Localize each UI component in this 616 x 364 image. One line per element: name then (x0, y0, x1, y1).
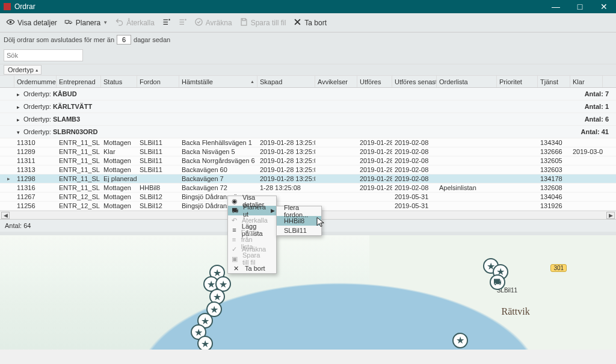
cell-utfores-senast: 2019-05-31 (392, 193, 437, 200)
city-label: Rättvik (502, 306, 530, 317)
maximize-button[interactable]: □ (568, 0, 592, 13)
toolbar-aterkalla: Återkalla (115, 17, 155, 28)
cell-utfores-senast: 2019-02-08 (392, 139, 437, 146)
toolbar-planera[interactable]: Planera ▼ (64, 17, 108, 28)
menu-planera-ut[interactable]: ⛟ Planera ut ▶ (228, 206, 276, 215)
submenu-hhbil8[interactable]: HHBil8 (277, 216, 321, 226)
cell-orderlista: Apelsinlistan (437, 184, 497, 191)
submenu-planera-ut[interactable]: Flera fordon... HHBil8 SLBil11 (276, 206, 322, 236)
table-row[interactable]: 11316ENTR_11_SLMottagenHHBil8Backavägen … (0, 184, 616, 193)
group-slamb3[interactable]: Ordertyp: SLAMB3 Antal: 6 (0, 113, 616, 126)
list-icon: ≡ (232, 236, 236, 243)
groupby-bar[interactable]: Ordertyp (0, 64, 616, 76)
cell-status: Ej planerad (101, 175, 137, 182)
toolbar-label: Ta bort (304, 19, 327, 27)
cell-status: Mottagen (101, 139, 137, 146)
cell-tjanst: 131926 (538, 202, 570, 209)
map-truck-pin[interactable] (490, 274, 505, 290)
col-tjanst[interactable]: Tjänst (538, 76, 570, 87)
cell-hamtstalle: Backa Flenhällsvägen 1 (179, 139, 257, 146)
col-skapad[interactable]: Skapad (257, 76, 315, 87)
cell-status: Mottagen (101, 202, 137, 209)
context-menu[interactable]: ◉ Visa detaljer ⛟ Planera ut ▶ ↶ Återkal… (227, 196, 277, 274)
col-avvikelser[interactable]: Avvikelser (315, 76, 357, 87)
map-view[interactable]: 301 Rättvik SLBil11 (0, 235, 616, 350)
cell-entreprenad: ENTR_11_SL (57, 166, 101, 173)
col-entreprenad[interactable]: Entreprenad (57, 76, 101, 87)
toolbar-label: Planera (76, 19, 100, 27)
map-pin[interactable] (452, 333, 468, 348)
col-klar[interactable]: Klar (570, 76, 603, 87)
cell-tjanst: 134340 (538, 139, 570, 146)
cell-tjanst: 134178 (538, 175, 570, 182)
table-row[interactable]: 11313ENTR_11_SLMottagenSLBil11Backavägen… (0, 165, 616, 174)
cell-utfores: 2019-01-28 (357, 157, 392, 164)
cell-ordernummer: 11256 (14, 202, 57, 209)
group-slbrn03ord[interactable]: Ordertyp: SLBRN03ORD Antal: 41 (0, 126, 616, 138)
search-input[interactable] (4, 49, 83, 61)
cell-skapad: 2019-01-28 13:25:08 (257, 175, 315, 182)
col-prioritet[interactable]: Prioritet (497, 76, 538, 87)
col-status[interactable]: Status (101, 76, 137, 87)
cell-hamtstalle: Backa Norrgårdsvägen 6 (179, 157, 257, 164)
cell-fordon: SLBil11 (137, 139, 179, 146)
submenu-slbil11[interactable]: SLBil11 (277, 226, 321, 235)
scroll-left-icon[interactable]: ◀ (1, 212, 10, 219)
group-kabud[interactable]: Ordertyp: KÅBUD Antal: 7 (0, 88, 616, 100)
menu-frigor: ≡ Frigör från lista (228, 235, 276, 244)
table-row[interactable]: 11311ENTR_11_SLMottagenSLBil11Backa Norr… (0, 156, 616, 165)
toolbar-visa-detaljer[interactable]: Visa detaljer (6, 17, 57, 28)
save-icon (239, 17, 248, 28)
cell-utfores-senast: 2019-05-31 (392, 202, 437, 209)
cell-ordernummer: 11313 (14, 166, 57, 173)
cell-ordernummer: 11316 (14, 184, 57, 191)
cell-klar: 2019-03-07 1 (570, 148, 603, 155)
filter-days-input[interactable] (117, 35, 131, 45)
list-remove-icon (178, 17, 187, 28)
cell-status: Mottagen (101, 193, 137, 200)
submenu-flera[interactable]: Flera fordon... (277, 206, 321, 216)
toolbar-tabort[interactable]: Ta bort (293, 17, 327, 28)
cell-ordernummer: 11267 (14, 193, 57, 200)
cell-utfores: 2019-01-28 (357, 139, 392, 146)
truck-icon: ⛟ (232, 207, 238, 214)
cell-status: Mottagen (101, 157, 137, 164)
cell-skapad: 2019-01-28 13:25:08 (257, 139, 315, 146)
toolbar-spara: Spara till fil (239, 17, 286, 28)
group-karltvatt[interactable]: Ordertyp: KÄRLTVÄTT Antal: 1 (0, 100, 616, 113)
col-utfores-senast[interactable]: Utföres senast (392, 76, 437, 87)
close-button[interactable]: ✕ (592, 0, 616, 13)
scroll-right-icon[interactable]: ▶ (606, 212, 615, 219)
svg-point-2 (66, 23, 67, 24)
save-icon: ▣ (232, 255, 238, 263)
cell-skapad: 1-28 13:25:08 (257, 184, 315, 191)
table-row[interactable]: 11267ENTR_12_SLMottagenSLBil12Bingsjö Då… (0, 193, 616, 202)
menu-tabort[interactable]: ✕ Ta bort (228, 264, 276, 273)
x-icon (293, 17, 302, 28)
cell-utfores-senast: 2019-02-08 (392, 148, 437, 155)
table-row[interactable]: ▸11298ENTR_11_SLEj planeradBackavägen 72… (0, 174, 616, 184)
table-row[interactable]: 11289ENTR_11_SLKlarSLBil11Backa Nisvägen… (0, 147, 616, 156)
cell-fordon: SLBil12 (137, 193, 179, 200)
grid-body: 11310ENTR_11_SLMottagenSLBil11Backa Flen… (0, 138, 616, 211)
filter-prefix: Dölj ordrar som avslutades för mer än (4, 36, 114, 43)
col-hamtstalle[interactable]: Hämtställe (179, 76, 257, 87)
eye-icon (6, 17, 15, 28)
col-fordon[interactable]: Fordon (137, 76, 179, 87)
undo-icon (115, 17, 124, 28)
toolbar-list1[interactable] (162, 17, 171, 28)
table-row[interactable]: 11310ENTR_11_SLMottagenSLBil11Backa Flen… (0, 138, 616, 147)
col-ordernummer[interactable]: Ordernummer (14, 76, 57, 87)
map-pin[interactable] (197, 336, 213, 350)
cell-hamtstalle: Backavägen 72 (179, 184, 257, 191)
col-orderlista[interactable]: Orderlista (437, 76, 497, 87)
cell-skapad: 2019-01-28 13:25:08 (257, 157, 315, 164)
footer-antal-label: Antal: (5, 222, 22, 229)
eye-icon: ◉ (232, 197, 238, 205)
truck-arrow-icon (64, 17, 73, 28)
minimize-button[interactable]: ― (544, 0, 568, 13)
col-utfores[interactable]: Utföres (357, 76, 392, 87)
cell-hamtstalle: Backa Nisvägen 5 (179, 148, 257, 155)
groupby-tag[interactable]: Ordertyp (4, 65, 42, 75)
cell-entreprenad: ENTR_11_SL (57, 148, 101, 155)
